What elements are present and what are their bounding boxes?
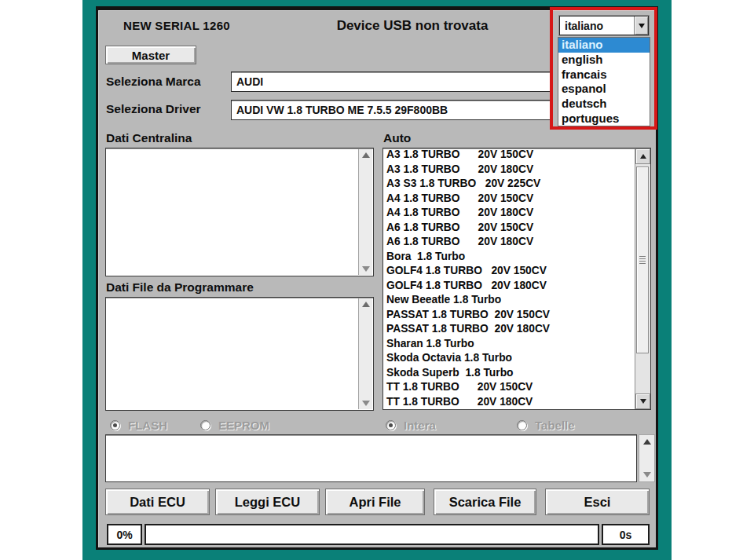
language-selected-value: italiano [560, 16, 634, 35]
esci-button[interactable]: Esci [545, 489, 650, 515]
radio-intera-label: Intera [404, 419, 436, 432]
video-frame: NEW SERIAL 1260 Device USB non trovata i… [82, 0, 672, 560]
message-scroll-strip[interactable] [639, 434, 655, 482]
serial-title: NEW SERIAL 1260 [123, 19, 230, 32]
scroll-down-icon[interactable] [362, 266, 370, 272]
language-option-english[interactable]: english [558, 53, 650, 68]
list-item[interactable]: Bora 1.8 Turbo [383, 251, 635, 265]
language-combobox[interactable]: italiano [559, 16, 649, 35]
progress-percent: 0% [107, 524, 142, 545]
dati-ecu-button[interactable]: Dati ECU [105, 489, 210, 515]
radio-circle [110, 420, 120, 430]
list-item[interactable]: Sharan 1.8 Turbo [383, 338, 635, 353]
radio-flash-label: FLASH [128, 419, 167, 432]
scrollbar-down-button[interactable] [635, 393, 650, 409]
radio-circle [517, 420, 527, 430]
list-item[interactable]: A3 1.8 TURBO 20V 180CV [383, 163, 635, 178]
list-item[interactable]: PASSAT 1.8 TURBO 20V 150CV [383, 309, 635, 324]
language-option-italiano[interactable]: italiano [558, 38, 650, 53]
list-item[interactable]: GOLF4 1.8 TURBO 20V 150CV [383, 265, 635, 280]
list-item[interactable]: Skoda Superb 1.8 Turbo [383, 367, 635, 382]
auto-listbox[interactable]: A3 1.8 TURBO 20V 150CV A3 1.8 TURBO 20V … [382, 148, 651, 410]
scrollbar-up-button[interactable] [635, 148, 650, 164]
message-textbox[interactable] [105, 434, 637, 482]
marca-input[interactable]: AUDI [231, 71, 551, 92]
combobox-dropdown-button[interactable] [634, 16, 648, 35]
language-option-francais[interactable]: francais [558, 68, 650, 82]
language-option-deutsch[interactable]: deutsch [558, 97, 650, 112]
radio-dot [389, 423, 393, 427]
seleziona-marca-label: Seleziona Marca [106, 75, 201, 89]
scroll-up-icon[interactable] [362, 152, 370, 158]
list-item[interactable]: GOLF4 1.8 TURBO 20V 180CV [383, 280, 635, 295]
list-item[interactable]: A4 1.8 TURBO 20V 150CV [383, 192, 635, 207]
elapsed-time: 0s [602, 524, 650, 545]
scroll-up-icon[interactable] [643, 439, 651, 445]
list-item[interactable]: Skoda Octavia 1.8 Turbo [383, 352, 635, 367]
radio-circle [386, 420, 396, 430]
radio-eeprom[interactable]: EEPROM [200, 419, 269, 432]
auto-label: Auto [383, 131, 411, 145]
auto-scrollbar[interactable] [635, 148, 650, 409]
progress-bar [145, 524, 599, 545]
scrollbar-grip-icon [639, 256, 646, 264]
leggi-ecu-button[interactable]: Leggi ECU [215, 489, 320, 515]
seleziona-driver-label: Seleziona Driver [106, 102, 201, 116]
scarica-file-button[interactable]: Scarica File [434, 489, 536, 515]
scroll-up-icon[interactable] [362, 302, 370, 307]
list-item[interactable]: A4 1.8 TURBO 20V 180CV [383, 207, 635, 221]
radio-intera[interactable]: Intera [386, 419, 436, 432]
radio-dot [113, 423, 117, 427]
dati-centralina-box[interactable] [105, 148, 374, 276]
scroll-down-icon [640, 399, 646, 404]
list-item[interactable]: PASSAT 1.8 TURBO 20V 180CV [383, 323, 635, 338]
scroll-down-icon[interactable] [362, 401, 370, 406]
scroll-down-icon[interactable] [643, 472, 651, 478]
master-button[interactable]: Master [105, 46, 196, 64]
dati-file-box[interactable] [105, 297, 374, 411]
list-item[interactable]: A3 1.8 TURBO 20V 150CV [383, 148, 635, 163]
apri-file-button[interactable]: Apri File [325, 489, 425, 515]
list-item[interactable]: A3 S3 1.8 TURBO 20V 225CV [383, 178, 635, 192]
list-item[interactable]: A6 1.8 TURBO 20V 150CV [383, 221, 635, 236]
radio-eeprom-label: EEPROM [218, 419, 269, 432]
radio-circle [200, 420, 210, 430]
scroll-up-icon [640, 154, 646, 159]
radio-tabelle-label: Tabelle [535, 419, 575, 432]
list-item[interactable]: A6 1.8 TURBO 20V 180CV [383, 236, 635, 251]
app-window: NEW SERIAL 1260 Device USB non trovata i… [96, 6, 658, 550]
auto-list-items: A3 1.8 TURBO 20V 150CV A3 1.8 TURBO 20V … [383, 148, 635, 409]
driver-input[interactable]: AUDI VW 1.8 TURBO ME 7.5.5 29F800BB [231, 100, 551, 120]
list-item[interactable]: TT 1.8 TURBO 20V 180CV [383, 396, 635, 410]
language-option-portugues[interactable]: portugues [558, 112, 650, 126]
radio-flash[interactable]: FLASH [110, 419, 167, 432]
language-option-espanol[interactable]: espanol [558, 82, 650, 97]
radio-tabelle[interactable]: Tabelle [517, 419, 575, 432]
scrollbar-thumb[interactable] [636, 167, 649, 353]
dati-centralina-label: Dati Centralina [106, 131, 192, 145]
language-dropdown-list: italiano english francais espanol deutsc… [558, 37, 650, 126]
list-item[interactable]: TT 1.8 TURBO 20V 150CV [383, 381, 635, 396]
dati-centralina-scroll-strip[interactable] [358, 149, 372, 275]
chevron-down-icon [639, 24, 645, 28]
usb-status-message: Device USB non trovata [302, 18, 522, 34]
dati-file-label: Dati File da Programmare [106, 280, 254, 295]
list-item[interactable]: New Beeatle 1.8 Turbo [383, 294, 635, 309]
dati-file-scroll-strip[interactable] [358, 298, 372, 409]
